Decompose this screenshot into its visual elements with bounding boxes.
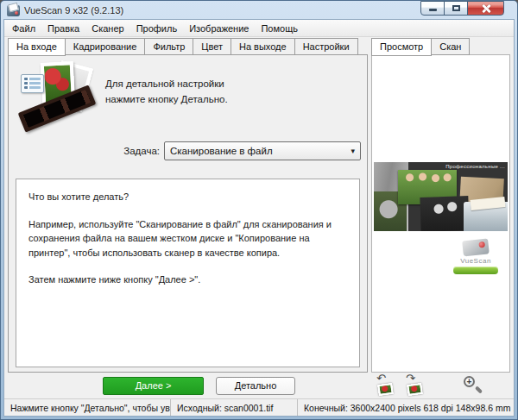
collage-boys-photo (420, 196, 469, 231)
tab-color[interactable]: Цвет (193, 38, 231, 55)
close-icon (482, 4, 490, 13)
close-button[interactable] (467, 1, 504, 16)
detail-button[interactable]: Детально (216, 377, 295, 395)
task-row: Задача: Сканирование в файл ▾ (9, 141, 361, 160)
preview-toolbar: ↶ ↷ + (371, 373, 510, 398)
task-dropdown-value: Сканирование в файл (170, 146, 351, 156)
menu-file[interactable]: Файл (6, 22, 41, 35)
tab-scan[interactable]: Скан (431, 38, 470, 55)
task-label: Задача: (123, 146, 160, 156)
preview-image: Профессиональные ... (374, 162, 508, 231)
menu-bar: Файл Правка Сканер Профиль Изображение П… (4, 20, 514, 37)
input-tab-panel: Для детальной настройки нажмите кнопку Д… (8, 54, 368, 373)
vuescan-logo-scanner-icon (462, 238, 490, 256)
app-window: VueScan 9 x32 (9.2.13) Файл Правка Скане… (0, 0, 518, 420)
hint-line-1: Для детальной настройки (105, 76, 228, 91)
magnifier-icon: + (464, 376, 475, 387)
tab-preview[interactable]: Просмотр (371, 38, 432, 56)
vuescan-logo-text: VueScan (449, 257, 502, 265)
menu-scanner[interactable]: Сканер (85, 22, 130, 35)
tab-input[interactable]: На входе (8, 38, 66, 56)
next-button[interactable]: Далее > (103, 377, 204, 395)
preview-tabs: Просмотр Скан (371, 38, 510, 55)
menu-image[interactable]: Изображение (183, 22, 255, 35)
menu-edit[interactable]: Правка (41, 22, 85, 35)
instructions-body: Например, используйте "Сканирование в фа… (28, 217, 347, 260)
maximize-button[interactable] (444, 1, 468, 16)
collage-caption: Профессиональные ... (445, 164, 505, 169)
minimize-icon (429, 9, 437, 11)
hint-text: Для детальной настройки нажмите кнопку Д… (105, 76, 228, 122)
status-hint: Нажмите кнопку "Детально", чтобы увидеть… (4, 399, 171, 416)
tab-filter[interactable]: Фильтр (144, 38, 193, 55)
vuescan-logo: VueScan (449, 240, 502, 274)
status-bar: Нажмите кнопку "Детально", чтобы увидеть… (4, 398, 514, 416)
hint-row: Для детальной настройки нажмите кнопку Д… (9, 55, 367, 122)
chevron-down-icon: ▾ (351, 147, 355, 155)
action-button-row: Далее > Детально (8, 373, 368, 398)
rotate-right-button[interactable]: ↷ (404, 375, 426, 396)
hint-line-2: нажмите кнопку Детально. (105, 91, 228, 107)
rotate-right-icon: ↷ (406, 372, 415, 385)
instructions-footer: Затем нажмите ниже кнопку "Далее >". (28, 273, 347, 287)
tab-output[interactable]: На выходе (231, 38, 295, 55)
instructions-box: Что вы хотите делать? Например, использу… (16, 179, 360, 367)
tab-prefs[interactable]: Настройки (294, 38, 358, 55)
preview-panel[interactable]: Профессиональные ... VueScan (371, 54, 510, 373)
client-area: Файл Правка Сканер Профиль Изображение П… (3, 19, 515, 417)
tab-crop[interactable]: Кадрирование (65, 38, 146, 55)
menu-help[interactable]: Помощь (255, 22, 304, 35)
content-area: На входе Кадрирование Фильтр Цвет На вых… (4, 37, 514, 398)
vuescan-logo-banner (453, 266, 498, 274)
preview-column: Просмотр Скан Профессиональные ... (371, 38, 510, 398)
task-dropdown[interactable]: Сканирование в файл ▾ (164, 141, 361, 160)
settings-tabs: На входе Кадрирование Фильтр Цвет На вых… (8, 38, 368, 55)
status-source-file: Исходный: scan0001.tif (171, 399, 298, 416)
window-title: VueScan 9 x32 (9.2.13) (24, 5, 123, 16)
collage-scanner-photo (464, 202, 508, 231)
instructions-heading: Что вы хотите делать? (28, 190, 347, 204)
status-output-size: Конечный: 3600x2400 pixels 618 dpi 148x9… (298, 399, 514, 416)
scanner-app-icon (7, 5, 20, 16)
rotate-left-icon: ↶ (376, 372, 386, 385)
window-controls (421, 1, 504, 16)
minimize-button[interactable] (420, 1, 445, 16)
maximize-icon (452, 5, 460, 11)
menu-profile[interactable]: Профиль (130, 22, 184, 35)
rotate-left-button[interactable]: ↶ (375, 375, 397, 396)
zoom-button[interactable]: + (461, 374, 483, 397)
settings-column: На входе Кадрирование Фильтр Цвет На вых… (8, 38, 368, 398)
photos-film-icon (21, 62, 95, 122)
